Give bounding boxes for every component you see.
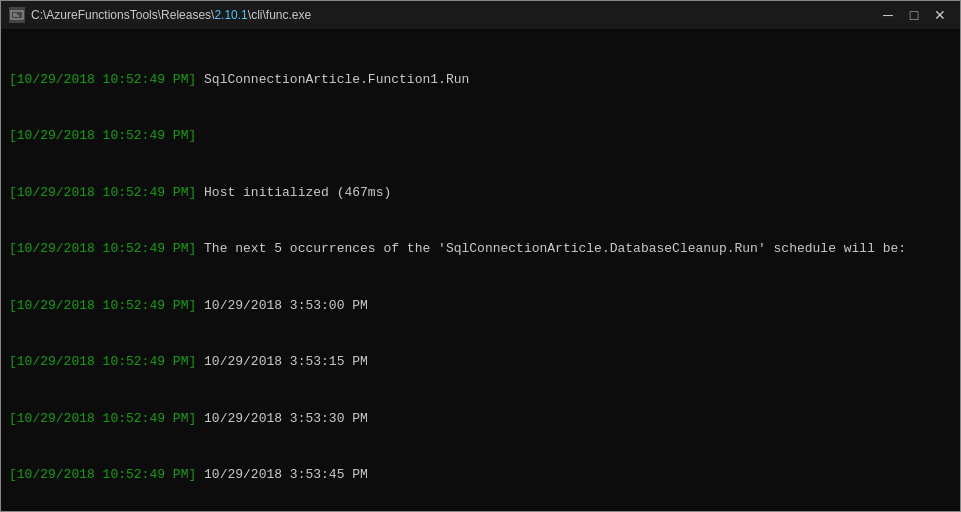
console-line: [10/29/2018 10:52:49 PM] 10/29/2018 3:53… — [9, 353, 952, 372]
console-line: [10/29/2018 10:52:49 PM] 10/29/2018 3:53… — [9, 297, 952, 316]
svg-rect-0 — [11, 11, 23, 19]
close-button[interactable]: ✕ — [928, 5, 952, 25]
title-text: C:\AzureFunctionsTools\Releases\2.10.1\c… — [31, 8, 311, 22]
console-line: [10/29/2018 10:52:49 PM] SqlConnectionAr… — [9, 71, 952, 90]
console-line: [10/29/2018 10:52:49 PM] 10/29/2018 3:53… — [9, 466, 952, 485]
console-output: [10/29/2018 10:52:49 PM] SqlConnectionAr… — [1, 29, 960, 511]
app-icon — [9, 7, 25, 23]
title-bar-left: C:\AzureFunctionsTools\Releases\2.10.1\c… — [9, 7, 311, 23]
console-line: [10/29/2018 10:52:49 PM] 10/29/2018 3:53… — [9, 410, 952, 429]
console-line: [10/29/2018 10:52:49 PM] — [9, 127, 952, 146]
title-bar: C:\AzureFunctionsTools\Releases\2.10.1\c… — [1, 1, 960, 29]
maximize-button[interactable]: □ — [902, 5, 926, 25]
path-suffix: \cli\func.exe — [248, 8, 311, 22]
window: C:\AzureFunctionsTools\Releases\2.10.1\c… — [0, 0, 961, 512]
title-bar-controls: ─ □ ✕ — [876, 5, 952, 25]
console-line: [10/29/2018 10:52:49 PM] Host initialize… — [9, 184, 952, 203]
console-line: [10/29/2018 10:52:49 PM] The next 5 occu… — [9, 240, 952, 259]
path-normal: C:\AzureFunctionsTools\Releases\ — [31, 8, 214, 22]
minimize-button[interactable]: ─ — [876, 5, 900, 25]
path-highlight: 2.10.1 — [214, 8, 247, 22]
